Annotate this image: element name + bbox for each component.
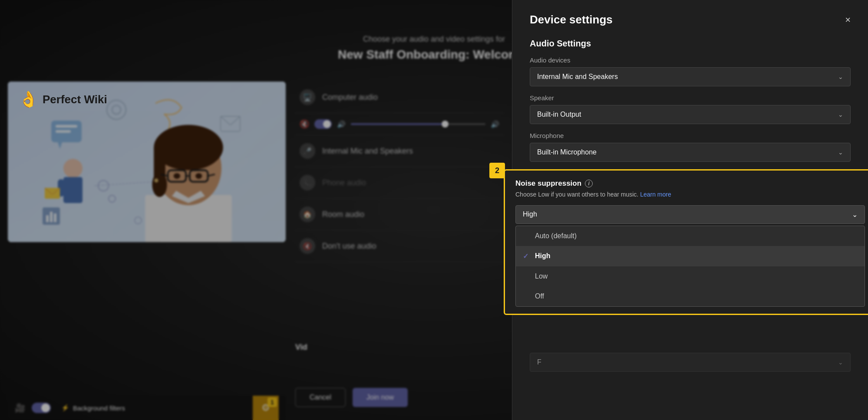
ns-option-low-label: Low: [535, 272, 548, 280]
audio-devices-dropdown[interactable]: Internal Mic and Speakers ⌄: [530, 67, 851, 86]
audio-devices-label: Audio devices: [530, 56, 851, 64]
speaker-label: Speaker: [530, 94, 851, 102]
device-settings-header: Device settings ×: [530, 13, 851, 26]
ns-option-auto[interactable]: Auto (default): [516, 226, 865, 246]
speaker-dropdown[interactable]: Built-in Output ⌄: [530, 105, 851, 124]
chevron-down-icon-mic: ⌄: [838, 149, 843, 156]
speaker-value: Built-in Output: [537, 111, 581, 118]
audio-devices-value: Internal Mic and Speakers: [537, 73, 618, 81]
noise-suppression-dropdown[interactable]: High ⌄: [515, 205, 865, 224]
camera-value: F: [537, 358, 541, 366]
noise-suppression-title: Noise suppression: [515, 179, 581, 188]
microphone-dropdown[interactable]: Built-in Microphone ⌄: [530, 143, 851, 162]
noise-suppression-title-row: Noise suppression i: [515, 179, 865, 188]
learn-more-link[interactable]: Learn more: [640, 191, 671, 198]
noise-suppression-section: 2 Noise suppression i Choose Low if you …: [504, 169, 868, 315]
device-settings-panel: Device settings × Audio Settings Audio d…: [512, 0, 868, 420]
audio-settings-title: Audio Settings: [530, 39, 851, 49]
chevron-down-icon-ns: ⌄: [852, 210, 858, 219]
ns-option-off[interactable]: Off: [516, 286, 865, 306]
audio-settings-section: Audio Settings Audio devices Internal Mi…: [530, 39, 851, 162]
camera-dropdown[interactable]: F ⌄: [530, 353, 851, 372]
close-button[interactable]: ×: [845, 14, 851, 26]
noise-suppression-badge: 2: [489, 163, 505, 178]
chevron-down-icon-speaker: ⌄: [838, 111, 843, 118]
check-icon-high: ✓: [523, 252, 531, 260]
camera-section: F ⌄: [530, 353, 851, 372]
wiki-logo: 👌 Perfect Wiki: [19, 90, 107, 108]
ns-option-high-label: High: [535, 252, 551, 260]
chevron-down-icon-cam: ⌄: [838, 359, 843, 366]
chevron-down-icon: ⌄: [838, 73, 843, 80]
device-settings-title: Device settings: [530, 13, 613, 26]
ns-option-auto-label: Auto (default): [535, 232, 577, 240]
ns-option-low[interactable]: Low: [516, 266, 865, 286]
blur-overlay: [0, 0, 512, 420]
ns-option-off-label: Off: [535, 292, 544, 300]
noise-suppression-description: Choose Low if you want others to hear mu…: [515, 190, 865, 199]
info-icon: i: [585, 180, 593, 187]
wiki-logo-text: Perfect Wiki: [43, 93, 107, 106]
microphone-value: Built-in Microphone: [537, 148, 597, 156]
noise-suppression-value: High: [523, 210, 537, 218]
microphone-label: Microphone: [530, 132, 851, 139]
noise-suppression-options-list: Auto (default) ✓ High Low Off: [515, 226, 865, 307]
ns-option-high[interactable]: ✓ High: [516, 246, 865, 266]
wiki-logo-emoji: 👌: [19, 90, 38, 108]
